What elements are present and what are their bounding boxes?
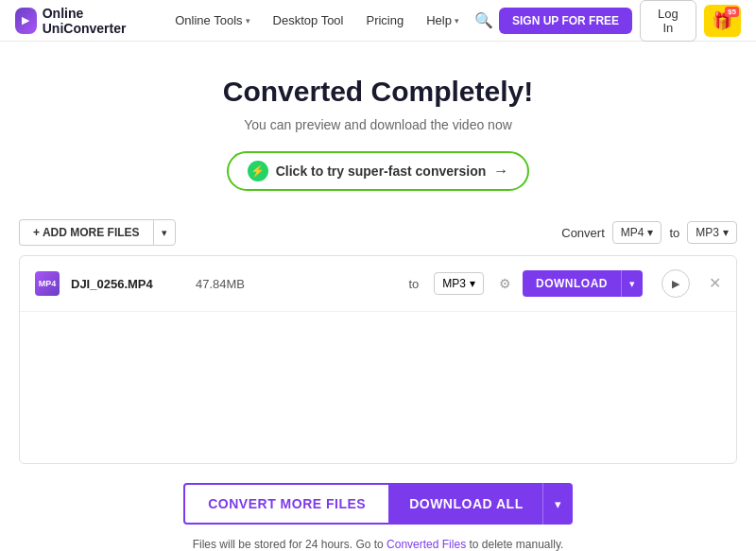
download-group: DOWNLOAD ▾ — [523, 270, 643, 297]
signup-button[interactable]: SIGN UP FOR FREE — [499, 8, 632, 34]
nav-desktop-tool[interactable]: Desktop Tool — [264, 8, 353, 33]
file-to-label: to — [408, 277, 419, 291]
gift-promo[interactable]: 🎁 $5 — [704, 5, 741, 37]
nav-items: Online Tools ▾ Desktop Tool Pricing Help… — [165, 8, 469, 33]
file-list: MP4 DJI_0256.MP4 47.84MB to MP3 ▾ ⚙ DOWN… — [19, 255, 737, 464]
play-button[interactable]: ▶ — [662, 269, 690, 298]
login-button[interactable]: Log In — [640, 0, 696, 42]
empty-area — [20, 312, 736, 463]
nav-help[interactable]: Help ▾ — [417, 8, 469, 33]
convert-label: Convert — [561, 226, 605, 240]
settings-icon[interactable]: ⚙ — [499, 276, 511, 291]
converted-files-link[interactable]: Converted Files — [387, 538, 466, 551]
chevron-down-icon: ▾ — [723, 226, 729, 239]
add-files-group: + ADD MORE FILES ▾ — [19, 219, 176, 246]
to-label: to — [669, 226, 679, 240]
download-all-group: DOWNLOAD ALL ▾ — [390, 483, 573, 525]
logo-text: Online UniConverter — [43, 6, 147, 36]
file-format-select[interactable]: MP3 ▾ — [434, 272, 484, 295]
table-row: MP4 DJI_0256.MP4 47.84MB to MP3 ▾ ⚙ DOWN… — [20, 256, 736, 312]
file-type-icon: MP4 — [35, 271, 60, 296]
logo-icon — [15, 8, 37, 34]
bottom-actions: CONVERT MORE FILES DOWNLOAD ALL ▾ — [0, 464, 756, 534]
to-format-select[interactable]: MP3 ▾ — [687, 221, 737, 244]
hero-section: Converted Completely! You can preview an… — [0, 42, 756, 210]
close-button[interactable]: ✕ — [709, 276, 721, 291]
add-files-button[interactable]: + ADD MORE FILES — [19, 219, 153, 246]
arrow-right-icon: → — [493, 163, 508, 180]
toolbar: + ADD MORE FILES ▾ Convert MP4 ▾ to MP3 … — [19, 210, 737, 255]
chevron-down-icon: ▾ — [647, 226, 653, 239]
chevron-down-icon: ▾ — [246, 16, 250, 26]
file-size: 47.84MB — [196, 277, 397, 291]
download-all-button[interactable]: DOWNLOAD ALL — [390, 483, 542, 525]
download-dropdown-button[interactable]: ▾ — [621, 270, 643, 297]
hero-cta-label: Click to try super-fast conversion — [276, 164, 487, 179]
hero-title: Converted Completely! — [19, 76, 737, 108]
search-icon[interactable]: 🔍 — [469, 6, 499, 35]
chevron-down-icon: ▾ — [470, 277, 475, 290]
navbar: Online UniConverter Online Tools ▾ Deskt… — [0, 0, 756, 42]
logo[interactable]: Online UniConverter — [15, 6, 146, 36]
chevron-down-icon: ▾ — [455, 16, 459, 26]
main-area: + ADD MORE FILES ▾ Convert MP4 ▾ to MP3 … — [0, 210, 756, 464]
download-button[interactable]: DOWNLOAD — [523, 270, 621, 297]
hero-subtitle: You can preview and download the video n… — [19, 117, 737, 132]
whatsapp-icon: ⚡ — [248, 161, 268, 181]
hero-cta-button[interactable]: ⚡ Click to try super-fast conversion → — [227, 151, 530, 191]
toolbar-right: Convert MP4 ▾ to MP3 ▾ — [561, 221, 737, 244]
file-name: DJI_0256.MP4 — [71, 277, 184, 291]
download-all-dropdown-button[interactable]: ▾ — [542, 483, 573, 525]
nav-online-tools[interactable]: Online Tools ▾ — [165, 8, 259, 33]
gift-badge: $5 — [725, 7, 739, 17]
from-format-select[interactable]: MP4 ▾ — [612, 221, 662, 244]
convert-more-button[interactable]: CONVERT MORE FILES — [183, 483, 390, 525]
nav-pricing[interactable]: Pricing — [356, 8, 413, 33]
storage-note: Files will be stored for 24 hours. Go to… — [0, 534, 756, 551]
add-files-dropdown-button[interactable]: ▾ — [153, 219, 176, 246]
